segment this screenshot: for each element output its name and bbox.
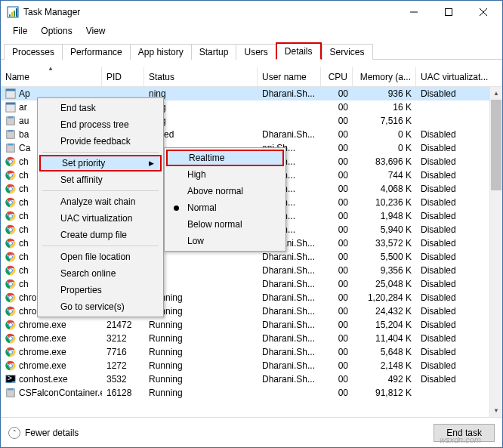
process-icon [5,88,16,99]
chevron-up-icon: ˄ [8,427,20,439]
svg-point-22 [9,160,12,163]
priority-menu-item[interactable]: High [166,166,284,183]
context-menu-item[interactable]: Search online [39,265,162,282]
context-menu-item[interactable]: Set affinity [39,171,162,188]
column-header-status[interactable]: Status [144,67,258,86]
svg-point-26 [9,174,12,177]
column-header-pid[interactable]: PID [102,67,144,86]
process-icon [5,265,16,276]
process-cpu: 00 [321,238,353,249]
priority-menu-item[interactable]: Realtime [166,150,284,166]
tab-startup[interactable]: Startup [191,44,237,60]
process-name: chrome.exe [19,347,66,357]
context-menu-item[interactable]: End process tree [39,116,162,133]
context-menu-item[interactable]: End task [39,100,162,116]
svg-point-74 [9,337,12,340]
priority-menu-item[interactable]: Normal [166,199,284,216]
scroll-thumb[interactable] [491,100,501,190]
table-row[interactable]: chrome.exe3212RunningDharani.Sh...0011,4… [1,332,502,345]
maximize-button[interactable] [431,2,466,23]
menu-bar: File Options View [1,23,502,39]
minimize-button[interactable] [397,2,431,23]
tab-processes[interactable]: Processes [4,44,63,60]
context-menu-item[interactable]: UAC virtualization [39,210,162,227]
process-name: chrome.exe [19,360,66,371]
process-user: Dharani.Sh... [258,88,321,99]
process-icon [5,224,16,235]
process-pid: 16128 [102,388,144,398]
context-menu-item[interactable]: Create dump file [39,227,162,243]
menu-view[interactable]: View [80,24,112,38]
process-memory: 9,356 K [353,265,416,276]
process-cpu: 00 [321,143,353,153]
process-name: ch [19,265,29,276]
table-row[interactable]: chrome.exe1272RunningDharani.Sh...002,14… [1,359,502,372]
process-user: Dharani.Sh... [258,360,321,371]
process-memory: 11,404 K [353,333,416,344]
footer-bar: ˄ Fewer details End task [1,417,502,447]
window-title: Task Manager [23,7,397,17]
process-memory: 5,940 K [353,224,416,235]
app-icon [7,6,19,18]
process-memory: 5,500 K [353,252,416,262]
priority-menu-item[interactable]: Above normal [166,183,284,199]
scroll-down-button[interactable]: ▼ [490,404,502,417]
process-icon [5,347,16,357]
tab-app-history[interactable]: App history [130,44,192,60]
table-row[interactable]: chrome.exe21472RunningDharani.Sh...0015,… [1,318,502,332]
priority-menu-item[interactable]: Low [166,233,284,249]
process-name: ch [19,156,29,167]
process-user: Dharani.Sh... [258,292,321,303]
process-icon [5,116,16,126]
sort-indicator-icon: ▲ [48,65,54,72]
tab-services[interactable]: Services [322,44,373,60]
process-pid: 7716 [102,347,144,357]
tab-users[interactable]: Users [236,44,276,60]
process-cpu: 00 [321,211,353,221]
svg-point-38 [9,215,12,218]
context-menu-item[interactable]: Provide feedback [39,133,162,150]
process-status: Running [144,374,258,385]
column-header-user[interactable]: User name [258,67,321,86]
process-name: conhost.exe [19,374,68,385]
close-button[interactable] [466,2,501,23]
process-status: Running [144,388,258,398]
column-header-memory[interactable]: Memory (a... [353,67,416,86]
table-row[interactable]: CSFalconContainer.e16128Running0091,812 … [1,386,502,400]
tab-performance[interactable]: Performance [62,44,131,60]
process-icon [5,320,16,330]
context-menu-item[interactable]: Set priority▶ [39,155,162,171]
priority-menu-item[interactable]: Below normal [166,216,284,233]
context-menu-item[interactable]: Properties [39,282,162,298]
menu-options[interactable]: Options [35,24,78,38]
process-cpu: 00 [321,333,353,344]
table-row[interactable]: chrome.exe7716RunningDharani.Sh...005,64… [1,345,502,359]
context-menu-item[interactable]: Go to service(s) [39,298,162,315]
column-header-uac[interactable]: UAC virtualizat... [416,67,502,86]
svg-rect-12 [6,103,15,105]
process-memory: 5,648 K [353,347,416,357]
process-cpu: 00 [321,292,353,303]
priority-submenu[interactable]: RealtimeHighAbove normalNormalBelow norm… [164,147,286,252]
title-bar: Task Manager [1,1,502,23]
menu-file[interactable]: File [7,24,33,38]
process-user: Dharani.Sh... [258,306,321,317]
process-pid: 21472 [102,320,144,330]
scroll-up-button[interactable]: ▲ [490,87,502,100]
context-menu-item[interactable]: Analyze wait chain [39,193,162,210]
process-name: ch [19,252,29,262]
column-header-cpu[interactable]: CPU [321,67,353,86]
vertical-scrollbar[interactable]: ▲ ▼ [489,87,502,417]
svg-point-46 [9,242,12,245]
process-cpu: 00 [321,88,353,99]
table-row[interactable]: >_conhost.exe3532RunningDharani.Sh...004… [1,372,502,386]
fewer-details-button[interactable]: ˄ Fewer details [8,427,79,439]
end-task-button[interactable]: End task [434,424,495,442]
process-cpu: 00 [321,320,353,330]
context-menu[interactable]: End taskEnd process treeProvide feedback… [37,97,164,317]
context-menu-item[interactable]: Open file location [39,249,162,265]
process-cpu: 00 [321,265,353,276]
process-name: ch [19,238,29,249]
process-memory: 744 K [353,170,416,181]
tab-details[interactable]: Details [276,42,322,60]
